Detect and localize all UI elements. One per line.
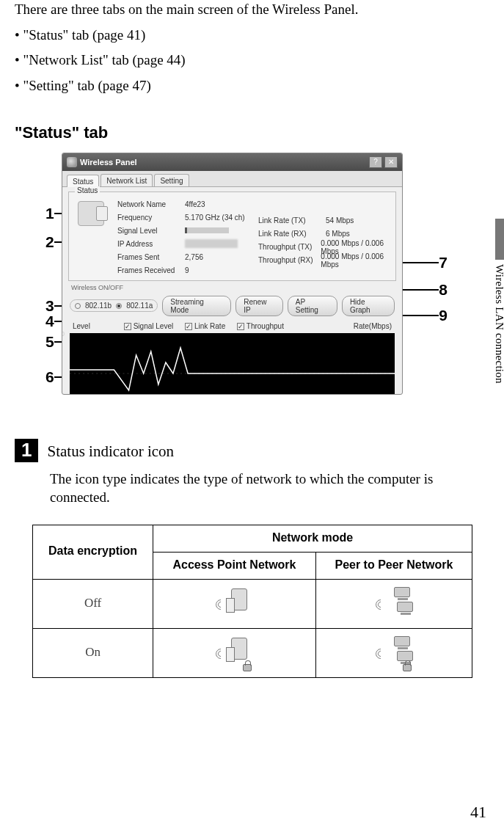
tab-bullet-list: "Status" tab (page 41) "Network List" ta…	[15, 26, 475, 95]
signal-level-bar	[185, 227, 229, 235]
kv-value: 2,756	[185, 253, 203, 261]
leader-line	[402, 262, 439, 263]
signal-graph: 100 50 54 36 18	[70, 333, 395, 395]
tab-network-list[interactable]: Network List	[101, 174, 153, 186]
wireless-onoff-label: Wireless ON/OFF	[62, 284, 402, 291]
kv-value: 6 Mbps	[326, 230, 350, 238]
table-cell	[315, 628, 472, 677]
table-header-mode: Network mode	[153, 525, 472, 552]
chapter-side-tab-label: Wireless LAN connection	[493, 264, 504, 384]
checkbox-label: Signal Level	[134, 322, 173, 330]
checkbox-label: Throughput	[246, 322, 284, 330]
page-number: 41	[470, 803, 486, 822]
step-number-badge: 1	[15, 439, 38, 462]
ap-off-icon	[213, 586, 255, 621]
renew-ip-button[interactable]: Renew IP	[235, 296, 283, 316]
kv-label: Frames Sent	[117, 253, 185, 261]
callout-7: 7	[439, 254, 448, 271]
kv-label: IP Address	[117, 240, 185, 248]
bullet-item: "Setting" tab (page 47)	[15, 77, 475, 95]
p2p-off-icon	[373, 586, 414, 621]
checkbox-signal-level[interactable]: ✓	[124, 323, 131, 330]
table-cell	[153, 628, 316, 677]
radio-label: 802.11a	[126, 302, 153, 310]
status-tab-heading: "Status" tab	[15, 123, 475, 142]
checkbox-link-rate[interactable]: ✓	[185, 323, 192, 330]
tab-status[interactable]: Status	[67, 175, 99, 187]
radio-80211b[interactable]	[75, 303, 81, 309]
streaming-mode-button[interactable]: Streaming Mode	[162, 296, 231, 316]
bullet-item: "Network List" tab (page 44)	[15, 51, 475, 70]
table-cell	[153, 579, 316, 628]
callout-2: 2	[45, 233, 54, 251]
callout-5: 5	[45, 333, 54, 351]
table-header-p2p: Peer to Peer Network	[315, 552, 472, 579]
kv-value: 9	[185, 266, 189, 274]
kv-label: Network Name	[117, 200, 185, 208]
status-group: Status Network Name4ffe23 Frequency5.170…	[68, 192, 396, 281]
kv-label: Throughput (RX)	[258, 256, 321, 264]
tab-setting[interactable]: Setting	[154, 174, 189, 186]
app-icon	[67, 157, 77, 167]
callout-9: 9	[439, 307, 448, 324]
table-header-ap: Access Point Network	[153, 552, 316, 579]
step-title: Status indicator icon	[47, 442, 174, 461]
radio-label: 802.11b	[85, 302, 112, 310]
callout-6: 6	[45, 368, 54, 386]
wireless-mode-radio-group: 802.11b 802.11a	[70, 299, 158, 312]
radio-80211a[interactable]	[116, 303, 122, 309]
ap-setting-button[interactable]: AP Setting	[288, 296, 337, 316]
checkbox-throughput[interactable]: ✓	[237, 323, 244, 330]
y-tick: 100	[62, 330, 65, 338]
kv-label: Frequency	[117, 214, 185, 222]
step-description: The icon type indicates the type of netw…	[50, 470, 475, 507]
tab-bar: Status Network List Setting	[62, 171, 402, 187]
graph-left-axis-label: Level	[73, 322, 90, 330]
p2p-on-icon	[373, 635, 414, 670]
wireless-panel-window: Wireless Panel ? ✕ Status Network List S…	[62, 153, 403, 395]
table-row-off: Off	[33, 579, 153, 628]
bullet-item: "Status" tab (page 41)	[15, 26, 475, 45]
callout-8: 8	[439, 281, 448, 299]
graph-right-axis-label: Rate(Mbps)	[354, 322, 392, 330]
hide-graph-button[interactable]: Hide Graph	[342, 296, 395, 316]
status-group-label: Status	[75, 186, 100, 194]
network-mode-icon-table: Data encryption Network mode Access Poin…	[32, 525, 472, 678]
kv-value: 4ffe23	[185, 200, 205, 208]
ap-on-icon	[213, 635, 255, 670]
table-cell	[315, 579, 472, 628]
checkbox-label: Link Rate	[194, 322, 225, 330]
kv-value: 54 Mbps	[326, 216, 354, 225]
help-button[interactable]: ?	[369, 156, 382, 168]
kv-label: Link Rate (RX)	[258, 230, 326, 238]
table-header-encryption: Data encryption	[33, 525, 153, 579]
kv-value: 0.000 Mbps / 0.006 Mbps	[321, 252, 398, 269]
kv-label: Frames Received	[117, 266, 185, 274]
chapter-side-tab: Wireless LAN connection	[486, 219, 504, 409]
ip-address-value	[185, 239, 238, 249]
titlebar: Wireless Panel ? ✕	[62, 153, 402, 171]
status-tab-figure: 1 2 3 4 5 6 7 8 9 Wireless Panel ? ✕	[45, 153, 434, 409]
kv-value: 5.170 GHz (34 ch)	[185, 214, 245, 222]
status-indicator-icon	[78, 201, 104, 226]
intro-text: There are three tabs on the main screen …	[15, 0, 475, 19]
kv-label: Throughput (TX)	[258, 243, 321, 251]
window-title: Wireless Panel	[80, 158, 137, 167]
kv-label: Link Rate (TX)	[258, 216, 326, 225]
callout-1: 1	[45, 205, 54, 222]
table-row-on: On	[33, 628, 153, 677]
kv-label: Signal Level	[117, 227, 185, 235]
close-button[interactable]: ✕	[384, 156, 398, 168]
callout-4: 4	[45, 313, 54, 330]
